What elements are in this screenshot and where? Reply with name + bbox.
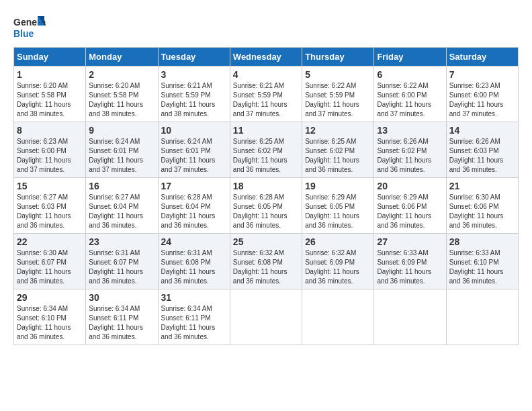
day-number: 12 [305, 125, 371, 136]
day-info: Sunrise: 6:31 AM Sunset: 6:08 PM Dayligh… [161, 248, 227, 286]
day-info: Sunrise: 6:32 AM Sunset: 6:08 PM Dayligh… [233, 248, 299, 286]
day-cell: 13Sunrise: 6:26 AM Sunset: 6:02 PM Dayli… [374, 122, 446, 178]
day-cell: 31Sunrise: 6:34 AM Sunset: 6:11 PM Dayli… [158, 289, 230, 345]
day-cell: 15Sunrise: 6:27 AM Sunset: 6:03 PM Dayli… [14, 178, 86, 234]
day-cell: 23Sunrise: 6:31 AM Sunset: 6:07 PM Dayli… [86, 234, 158, 289]
day-number: 21 [449, 181, 515, 191]
week-row-2: 8Sunrise: 6:23 AM Sunset: 6:00 PM Daylig… [14, 122, 519, 178]
header-saturday: Saturday [446, 48, 518, 66]
week-row-5: 29Sunrise: 6:34 AM Sunset: 6:10 PM Dayli… [14, 289, 519, 345]
day-info: Sunrise: 6:32 AM Sunset: 6:09 PM Dayligh… [305, 248, 371, 286]
day-info: Sunrise: 6:28 AM Sunset: 6:05 PM Dayligh… [233, 193, 299, 230]
day-number: 10 [161, 125, 227, 136]
day-number: 14 [449, 125, 515, 136]
day-number: 24 [161, 236, 227, 247]
day-info: Sunrise: 6:22 AM Sunset: 5:59 PM Dayligh… [305, 81, 371, 119]
day-info: Sunrise: 6:30 AM Sunset: 6:06 PM Dayligh… [449, 193, 515, 230]
day-cell: 29Sunrise: 6:34 AM Sunset: 6:10 PM Dayli… [14, 289, 86, 345]
day-info: Sunrise: 6:28 AM Sunset: 6:04 PM Dayligh… [161, 193, 227, 230]
day-info: Sunrise: 6:30 AM Sunset: 6:07 PM Dayligh… [17, 248, 83, 286]
day-cell: 1Sunrise: 6:20 AM Sunset: 5:58 PM Daylig… [14, 66, 86, 122]
day-cell: 27Sunrise: 6:33 AM Sunset: 6:09 PM Dayli… [374, 234, 446, 289]
logo: GeneralBlue [13, 13, 46, 40]
day-cell [446, 289, 518, 345]
day-info: Sunrise: 6:27 AM Sunset: 6:04 PM Dayligh… [89, 193, 154, 230]
day-info: Sunrise: 6:26 AM Sunset: 6:03 PM Dayligh… [449, 137, 515, 175]
day-number: 18 [233, 181, 299, 191]
day-number: 4 [233, 69, 299, 80]
day-cell: 16Sunrise: 6:27 AM Sunset: 6:04 PM Dayli… [86, 178, 158, 234]
day-info: Sunrise: 6:20 AM Sunset: 5:58 PM Dayligh… [17, 81, 83, 119]
day-number: 15 [17, 181, 83, 191]
day-cell: 5Sunrise: 6:22 AM Sunset: 5:59 PM Daylig… [302, 66, 374, 122]
day-cell: 12Sunrise: 6:25 AM Sunset: 6:02 PM Dayli… [302, 122, 374, 178]
day-cell: 2Sunrise: 6:20 AM Sunset: 5:58 PM Daylig… [86, 66, 158, 122]
day-cell: 11Sunrise: 6:25 AM Sunset: 6:02 PM Dayli… [230, 122, 302, 178]
day-number: 1 [17, 69, 83, 80]
day-number: 8 [17, 125, 83, 136]
day-number: 23 [89, 236, 154, 247]
day-number: 30 [89, 292, 154, 303]
day-info: Sunrise: 6:23 AM Sunset: 6:00 PM Dayligh… [17, 137, 83, 175]
day-info: Sunrise: 6:33 AM Sunset: 6:10 PM Dayligh… [449, 248, 515, 286]
header-thursday: Thursday [302, 48, 374, 66]
day-cell: 22Sunrise: 6:30 AM Sunset: 6:07 PM Dayli… [14, 234, 86, 289]
day-number: 29 [17, 292, 83, 303]
day-number: 9 [89, 125, 154, 136]
day-number: 26 [305, 236, 371, 247]
day-number: 13 [377, 125, 443, 136]
day-number: 28 [449, 236, 515, 247]
day-cell: 6Sunrise: 6:22 AM Sunset: 6:00 PM Daylig… [374, 66, 446, 122]
day-cell: 25Sunrise: 6:32 AM Sunset: 6:08 PM Dayli… [230, 234, 302, 289]
day-cell: 10Sunrise: 6:24 AM Sunset: 6:01 PM Dayli… [158, 122, 230, 178]
day-info: Sunrise: 6:24 AM Sunset: 6:01 PM Dayligh… [161, 137, 227, 175]
day-number: 20 [377, 181, 443, 191]
day-cell: 30Sunrise: 6:34 AM Sunset: 6:11 PM Dayli… [86, 289, 158, 345]
day-info: Sunrise: 6:21 AM Sunset: 5:59 PM Dayligh… [233, 81, 299, 119]
day-number: 22 [17, 236, 83, 247]
day-cell: 28Sunrise: 6:33 AM Sunset: 6:10 PM Dayli… [446, 234, 518, 289]
header-wednesday: Wednesday [230, 48, 302, 66]
day-info: Sunrise: 6:29 AM Sunset: 6:05 PM Dayligh… [305, 193, 371, 230]
day-info: Sunrise: 6:34 AM Sunset: 6:11 PM Dayligh… [161, 304, 227, 342]
page-header: GeneralBlue [13, 13, 519, 40]
header-tuesday: Tuesday [158, 48, 230, 66]
day-number: 16 [89, 181, 154, 191]
day-cell: 9Sunrise: 6:24 AM Sunset: 6:01 PM Daylig… [86, 122, 158, 178]
logo-icon: GeneralBlue [13, 13, 46, 40]
day-info: Sunrise: 6:31 AM Sunset: 6:07 PM Dayligh… [89, 248, 154, 286]
day-cell: 26Sunrise: 6:32 AM Sunset: 6:09 PM Dayli… [302, 234, 374, 289]
day-info: Sunrise: 6:26 AM Sunset: 6:02 PM Dayligh… [377, 137, 443, 175]
header-row: SundayMondayTuesdayWednesdayThursdayFrid… [14, 48, 519, 66]
day-cell: 4Sunrise: 6:21 AM Sunset: 5:59 PM Daylig… [230, 66, 302, 122]
header-sunday: Sunday [14, 48, 86, 66]
day-number: 11 [233, 125, 299, 136]
day-number: 2 [89, 69, 154, 80]
day-number: 6 [377, 69, 443, 80]
week-row-3: 15Sunrise: 6:27 AM Sunset: 6:03 PM Dayli… [14, 178, 519, 234]
day-cell [230, 289, 302, 345]
day-cell: 8Sunrise: 6:23 AM Sunset: 6:00 PM Daylig… [14, 122, 86, 178]
svg-text:Blue: Blue [13, 28, 34, 39]
day-number: 19 [305, 181, 371, 191]
week-row-1: 1Sunrise: 6:20 AM Sunset: 5:58 PM Daylig… [14, 66, 519, 122]
day-number: 17 [161, 181, 227, 191]
day-info: Sunrise: 6:22 AM Sunset: 6:00 PM Dayligh… [377, 81, 443, 119]
day-info: Sunrise: 6:33 AM Sunset: 6:09 PM Dayligh… [377, 248, 443, 286]
day-cell: 3Sunrise: 6:21 AM Sunset: 5:59 PM Daylig… [158, 66, 230, 122]
day-number: 27 [377, 236, 443, 247]
day-info: Sunrise: 6:27 AM Sunset: 6:03 PM Dayligh… [17, 193, 83, 230]
day-info: Sunrise: 6:25 AM Sunset: 6:02 PM Dayligh… [305, 137, 371, 175]
day-cell [302, 289, 374, 345]
day-info: Sunrise: 6:34 AM Sunset: 6:11 PM Dayligh… [89, 304, 154, 342]
week-row-4: 22Sunrise: 6:30 AM Sunset: 6:07 PM Dayli… [14, 234, 519, 289]
day-cell: 24Sunrise: 6:31 AM Sunset: 6:08 PM Dayli… [158, 234, 230, 289]
day-cell [374, 289, 446, 345]
day-number: 3 [161, 69, 227, 80]
day-info: Sunrise: 6:29 AM Sunset: 6:06 PM Dayligh… [377, 193, 443, 230]
day-cell: 14Sunrise: 6:26 AM Sunset: 6:03 PM Dayli… [446, 122, 518, 178]
day-cell: 19Sunrise: 6:29 AM Sunset: 6:05 PM Dayli… [302, 178, 374, 234]
day-info: Sunrise: 6:24 AM Sunset: 6:01 PM Dayligh… [89, 137, 154, 175]
calendar-table: SundayMondayTuesdayWednesdayThursdayFrid… [13, 47, 519, 345]
day-info: Sunrise: 6:25 AM Sunset: 6:02 PM Dayligh… [233, 137, 299, 175]
